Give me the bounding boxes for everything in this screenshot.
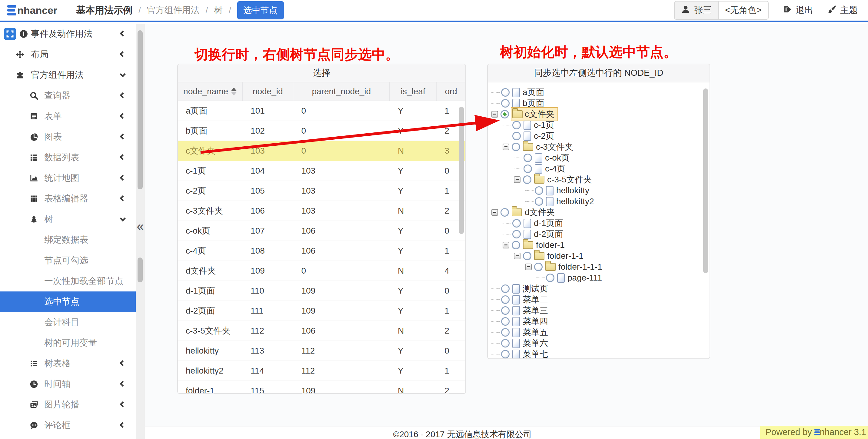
breadcrumb-current-pill[interactable]: 选中节点 [237, 1, 284, 20]
tree-node-label[interactable]: c-ok页 [545, 152, 569, 164]
tree-node-c文件夹[interactable]: c文件夹 [488, 109, 710, 120]
tree-node-d文件夹[interactable]: d文件夹 [488, 207, 710, 218]
table-row-d-1页面[interactable]: d-1页面110109Y0 [178, 281, 465, 301]
sidebar-item-14[interactable]: 会计科目 [0, 312, 136, 333]
tree-node-d-2页面[interactable]: d-2页面 [488, 229, 710, 240]
column-header-node_name[interactable]: node_name [178, 83, 243, 101]
radio-icon[interactable] [523, 176, 531, 184]
tree-node-label[interactable]: 菜单三 [523, 305, 548, 316]
radio-icon[interactable] [501, 295, 509, 304]
sidebar-item-16[interactable]: 树表格 [0, 353, 136, 374]
table-row-hellokitty[interactable]: hellokitty113112Y0 [178, 341, 465, 361]
table-row-d-2页面[interactable]: d-2页面111109Y1 [178, 301, 465, 321]
tree-node-folder-1-1[interactable]: folder-1-1 [488, 251, 710, 261]
sidebar-collapse-button[interactable]: « [136, 220, 145, 233]
table-row-c-ok页[interactable]: c-ok页107106Y0 [178, 221, 465, 241]
sidebar-item-18[interactable]: 图片轮播 [0, 395, 136, 415]
tree-node-label[interactable]: hellokitty [556, 186, 589, 195]
collapse-minus-icon[interactable] [503, 242, 509, 248]
tree-node-label[interactable]: folder-1-1 [547, 251, 584, 261]
collapse-minus-icon[interactable] [514, 176, 521, 183]
radio-icon[interactable] [512, 219, 521, 227]
tree-node-菜单六[interactable]: 菜单六 [488, 338, 710, 349]
tree-node-label[interactable]: hellokitty2 [556, 197, 594, 206]
radio-icon[interactable] [512, 132, 521, 140]
sidebar-item-13[interactable]: 选中节点 [0, 291, 136, 312]
tree-node-page-111[interactable]: page-111 [488, 272, 710, 283]
table-scrollbar-thumb[interactable] [459, 107, 464, 234]
tree-node-d-1页面[interactable]: d-1页面 [488, 218, 710, 229]
radio-icon[interactable] [534, 263, 542, 271]
tree-node-label[interactable]: 测试页 [523, 283, 548, 294]
radio-icon[interactable] [512, 143, 520, 151]
sidebar-item-10[interactable]: 绑定数据表 [0, 230, 136, 250]
table-row-d文件夹[interactable]: d文件夹1090N4 [178, 261, 465, 281]
tree-node-label[interactable]: a页面 [523, 87, 545, 98]
app-logo[interactable]: nhancer [7, 4, 57, 17]
radio-icon[interactable] [512, 230, 521, 239]
sidebar-item-6[interactable]: 数据列表 [0, 147, 136, 168]
collapse-minus-icon[interactable] [503, 144, 509, 150]
tree-node-label[interactable]: c-2页 [534, 130, 554, 142]
breadcrumb-parent-1[interactable]: 官方组件用法 [147, 4, 200, 17]
column-header-ord[interactable]: ord [437, 83, 465, 101]
tree-node-label[interactable]: folder-1 [536, 240, 565, 250]
column-header-is_leaf[interactable]: is_leaf [390, 83, 437, 101]
collapse-minus-icon[interactable] [491, 209, 498, 216]
radio-icon[interactable] [501, 284, 509, 293]
tree-node-菜单三[interactable]: 菜单三 [488, 305, 710, 316]
tree-scrollbar-thumb[interactable] [703, 89, 708, 273]
sidebar-scrollbar-thumb-lower[interactable] [137, 257, 143, 282]
radio-icon[interactable] [501, 317, 509, 326]
sort-icon[interactable] [231, 88, 237, 95]
sidebar-item-8[interactable]: 表格编辑器 [0, 188, 136, 209]
radio-icon[interactable] [501, 350, 509, 358]
collapse-minus-icon[interactable] [491, 111, 498, 118]
sidebar-item-12[interactable]: 一次性加载全部节点 [0, 271, 136, 291]
tree-node-label[interactable]: c-4页 [545, 163, 565, 175]
tree-node-label[interactable]: d文件夹 [525, 207, 555, 218]
user-button[interactable]: 张三 [674, 1, 719, 20]
table-row-b页面[interactable]: b页面1020Y2 [178, 121, 465, 141]
tree-node-c-3-5文件夹[interactable]: c-3-5文件夹 [488, 174, 710, 185]
radio-icon[interactable] [500, 208, 509, 217]
tree-node-c-1页[interactable]: c-1页 [488, 120, 710, 131]
radio-icon[interactable] [501, 306, 509, 315]
sidebar-item-11[interactable]: 节点可勾选 [0, 250, 136, 271]
table-row-folder-1[interactable]: folder-1115109N2 [178, 381, 465, 394]
tree-node-c-2页[interactable]: c-2页 [488, 131, 710, 142]
table-row-c-4页[interactable]: c-4页108106Y1 [178, 241, 465, 261]
tree-node-label[interactable]: c文件夹 [525, 108, 554, 120]
radio-icon[interactable] [535, 186, 543, 195]
table-row-c文件夹[interactable]: c文件夹1030N3 [178, 141, 465, 161]
tree-node-label[interactable]: c-3-5文件夹 [547, 174, 592, 185]
tree-node-label[interactable]: page-111 [567, 273, 602, 283]
table-row-c-1页[interactable]: c-1页104103Y0 [178, 161, 465, 181]
tree-node-label[interactable]: d-2页面 [534, 228, 563, 240]
tree-node-hellokitty2[interactable]: hellokitty2 [488, 196, 710, 207]
radio-icon[interactable] [501, 339, 509, 347]
tree-node-label[interactable]: 菜单二 [523, 294, 548, 305]
tree-node-c-3文件夹[interactable]: c-3文件夹 [488, 142, 710, 152]
sidebar-item-4[interactable]: 表单 [0, 106, 136, 127]
sidebar-item-3[interactable]: 查询器 [0, 86, 136, 106]
radio-icon[interactable] [501, 99, 509, 107]
sidebar-item-17[interactable]: 时间轴 [0, 374, 136, 395]
radio-icon[interactable] [512, 121, 521, 129]
table-row-hellokitty2[interactable]: hellokitty2114112Y1 [178, 361, 465, 381]
breadcrumb-parent-2[interactable]: 树 [214, 4, 223, 17]
sidebar-item-2[interactable]: 官方组件用法 [0, 65, 136, 86]
logout-button[interactable]: 退出 [783, 4, 813, 17]
radio-icon[interactable] [501, 328, 509, 337]
radio-icon[interactable] [524, 164, 532, 173]
tree-node-label[interactable]: 菜单七 [523, 348, 548, 358]
sidebar-item-5[interactable]: 图表 [0, 127, 136, 147]
tree-node-label[interactable]: 菜单六 [523, 338, 548, 349]
sidebar-scrollbar[interactable]: « [136, 24, 145, 439]
sidebar-item-0[interactable]: 事件及动作用法 [0, 24, 136, 44]
radio-icon[interactable] [512, 241, 520, 249]
table-row-c-3文件夹[interactable]: c-3文件夹106103N2 [178, 201, 465, 221]
tree-node-label[interactable]: c-1页 [534, 119, 554, 131]
tree-node-folder-1-1-1[interactable]: folder-1-1-1 [488, 261, 710, 272]
radio-icon[interactable] [523, 252, 531, 260]
